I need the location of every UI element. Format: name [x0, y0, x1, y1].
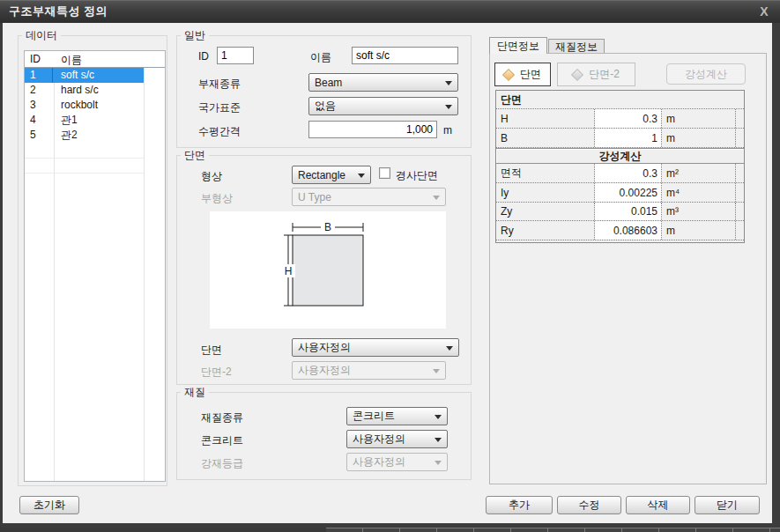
row-id: 3	[30, 98, 53, 113]
reset-button[interactable]: 초기화	[19, 496, 79, 514]
delete-button[interactable]: 삭제	[626, 496, 690, 514]
data-table-header: ID 이름	[25, 51, 165, 68]
incline-section-label: 경사단면	[396, 168, 438, 183]
id-field[interactable]	[217, 47, 254, 64]
row-filler	[736, 183, 744, 202]
concrete-value: 사용자정의	[353, 432, 405, 447]
standard-select[interactable]: 없음	[308, 97, 458, 115]
spacing-label: 수평간격	[198, 124, 241, 139]
row-value: 0.015	[595, 203, 662, 220]
row-name: 관1	[61, 113, 78, 128]
member-type-label: 부재종류	[198, 77, 241, 92]
row-value: 0.3	[595, 164, 662, 182]
data-group-label: 데이터	[22, 29, 61, 41]
concrete-label: 콘크리트	[201, 433, 243, 448]
row-name: hard s/c	[61, 83, 99, 98]
row-unit: m	[662, 109, 736, 128]
dimension-h-label: H	[285, 265, 293, 277]
row-id: 4	[30, 113, 53, 128]
row-label: 면적	[496, 164, 595, 182]
modify-button[interactable]: 수정	[557, 496, 621, 514]
dropdown-arrow-icon	[446, 346, 453, 351]
dialog-structural-member-properties: 구조부재특성 정의 X 데이터 ID 이름 1 soft s/c 2 hard …	[0, 0, 780, 532]
empty-row-line	[25, 158, 144, 159]
section-group-label: 단면	[181, 149, 209, 161]
dropdown-arrow-icon	[433, 369, 440, 373]
subshape-label: 부형상	[201, 191, 233, 206]
section-info-table: 단면 H 0.3 m B 1 m 강성계산 면적 0.3 m² Iy 0.002…	[495, 90, 745, 243]
name-field[interactable]	[352, 47, 458, 64]
row-name: 관2	[61, 128, 78, 143]
row-unit: m	[662, 129, 736, 147]
section2-select: 사용자정의	[292, 361, 446, 380]
section-preview: B H	[210, 211, 446, 329]
steel-grade-select: 사용자정의	[346, 453, 448, 471]
shape-label: 형상	[201, 169, 222, 184]
dropdown-arrow-icon	[445, 105, 452, 109]
member-type-select[interactable]: Beam	[308, 73, 458, 92]
section-select[interactable]: 사용자정의	[292, 338, 459, 357]
table-row[interactable]: 3 rockbolt	[25, 98, 144, 113]
dropdown-arrow-icon	[433, 196, 440, 200]
diamond-icon	[571, 68, 583, 80]
close-icon[interactable]: X	[756, 4, 772, 19]
section-select-value: 사용자정의	[298, 340, 351, 355]
info-table-row: 면적 0.3 m²	[496, 164, 744, 183]
row-label: Zy	[496, 203, 595, 220]
general-group-label: 일반	[181, 29, 209, 41]
concrete-select[interactable]: 사용자정의	[346, 430, 448, 448]
row-value[interactable]: 1	[595, 129, 662, 147]
section-toggle-label: 단면	[520, 67, 541, 82]
column-separator	[144, 51, 145, 481]
dimension-b-label: B	[324, 221, 331, 233]
tab-section-info[interactable]: 단면정보	[489, 37, 547, 54]
dropdown-arrow-icon	[435, 461, 442, 465]
row-filler	[736, 164, 744, 182]
dropdown-arrow-icon	[358, 174, 365, 178]
spacing-field[interactable]	[308, 121, 437, 138]
row-name: rockbolt	[61, 98, 98, 113]
standard-label: 국가표준	[198, 100, 241, 115]
table-row[interactable]: 5 관2	[25, 128, 144, 143]
column-header-id: ID	[30, 53, 41, 65]
row-unit: m	[662, 221, 736, 240]
section2-toggle-label: 단면-2	[589, 67, 620, 82]
row-label: B	[496, 129, 595, 147]
dropdown-arrow-icon	[435, 438, 442, 442]
info-table-row: Zy 0.015 m³	[496, 203, 744, 221]
info-table-row: H 0.3 m	[496, 109, 744, 129]
section2-toggle-button: 단면-2	[557, 63, 635, 86]
empty-row-line	[25, 173, 144, 174]
dialog-title: 구조부재특성 정의	[0, 4, 108, 19]
table-row[interactable]: 1 soft s/c	[25, 68, 144, 83]
table-row[interactable]: 4 관1	[25, 113, 144, 128]
data-table: ID 이름 1 soft s/c 2 hard s/c 3 rockbolt 4…	[24, 50, 166, 482]
close-button[interactable]: 닫기	[695, 496, 760, 514]
row-label: H	[496, 109, 595, 128]
table-row[interactable]: 2 hard s/c	[25, 83, 144, 98]
section-toggle-button[interactable]: 단면	[494, 63, 551, 86]
id-label: ID	[198, 50, 209, 63]
diamond-icon	[502, 68, 515, 80]
section2-select-label: 단면-2	[201, 365, 232, 380]
stiffness-calc-row[interactable]: 강성계산	[496, 148, 744, 164]
dropdown-arrow-icon	[435, 415, 442, 419]
info-table-row: Iy 0.00225 m⁴	[496, 183, 744, 203]
section2-select-value: 사용자정의	[298, 363, 351, 378]
row-value: 0.00225	[595, 183, 662, 202]
subshape-select: U Type	[292, 188, 446, 206]
member-type-value: Beam	[315, 77, 342, 89]
add-button[interactable]: 추가	[486, 496, 553, 514]
material-type-value: 콘크리트	[353, 409, 395, 424]
incline-section-checkbox[interactable]	[379, 167, 390, 179]
row-label: Ry	[496, 221, 595, 240]
title-bar: 구조부재특성 정의 X	[0, 0, 780, 23]
shape-select[interactable]: Rectangle	[292, 166, 371, 184]
material-type-select[interactable]: 콘크리트	[346, 407, 448, 425]
column-header-name: 이름	[61, 53, 82, 68]
tab-material-info[interactable]: 재질정보	[548, 39, 605, 54]
row-value[interactable]: 0.3	[595, 109, 662, 128]
row-id: 2	[30, 83, 53, 98]
row-filler	[736, 109, 744, 128]
section-select-label: 단면	[201, 343, 222, 358]
